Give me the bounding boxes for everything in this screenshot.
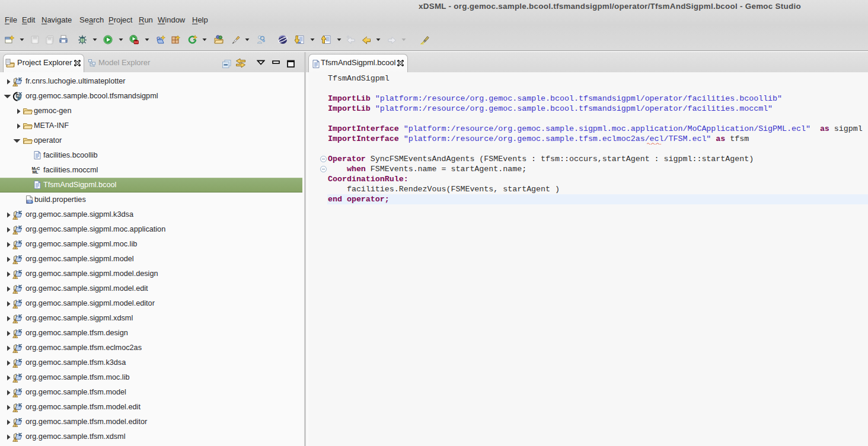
svg-text:B: B <box>17 94 19 98</box>
svg-text:010: 010 <box>27 200 33 204</box>
svg-text:ML: ML <box>33 170 39 174</box>
